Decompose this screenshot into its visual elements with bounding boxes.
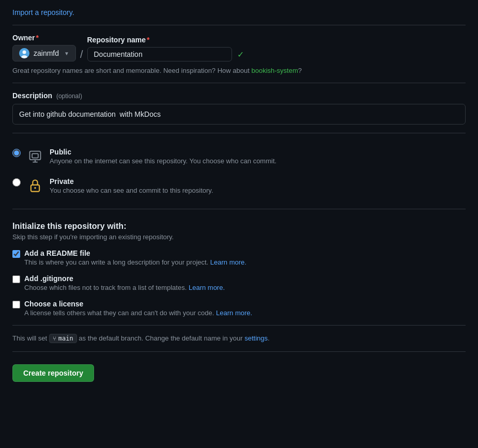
public-icon (27, 148, 43, 164)
section-divider-branch (12, 325, 466, 326)
slash-separator: / (80, 49, 83, 61)
branch-name: main (58, 335, 73, 342)
svg-point-1 (23, 51, 26, 54)
owner-username: zainmfd (34, 49, 59, 57)
owner-field-group: Owner* zainmfd ▼ (12, 34, 76, 61)
owner-repo-section: Owner* zainmfd ▼ / (12, 34, 466, 74)
owner-required-marker: * (36, 34, 39, 42)
owner-selector-button[interactable]: zainmfd ▼ (12, 45, 76, 61)
lock-icon (27, 177, 43, 194)
init-section: Initialize this repository with: Skip th… (12, 222, 466, 317)
import-repository-link[interactable]: Import a repository. (12, 8, 74, 17)
description-section: Description (optional) (12, 91, 466, 125)
readme-desc: This is where you can write a long descr… (24, 258, 466, 266)
section-divider-top (12, 25, 466, 25)
suggestion-name-link[interactable]: bookish-system (251, 67, 298, 74)
readme-learn-more-link[interactable]: Learn more. (210, 258, 246, 266)
private-radio[interactable] (12, 178, 21, 187)
chevron-down-icon: ▼ (64, 51, 69, 56)
readme-title: Add a README file (24, 249, 466, 257)
readme-text: Add a README file This is where you can … (24, 249, 466, 266)
settings-link[interactable]: settings (244, 334, 268, 342)
suggestion-text: Great repository names are short and mem… (12, 67, 466, 74)
description-label: Description (optional) (12, 91, 466, 100)
gitignore-desc: Choose which files not to track from a l… (24, 284, 466, 291)
license-text: Choose a license A license tells others … (24, 300, 466, 317)
license-title: Choose a license (24, 300, 466, 308)
svg-rect-3 (30, 151, 41, 160)
license-learn-more-link[interactable]: Learn more. (216, 309, 252, 317)
readme-checkbox[interactable] (12, 250, 20, 258)
visibility-public-option: Public Anyone on the internet can see th… (12, 142, 466, 171)
repo-name-input[interactable] (87, 47, 232, 61)
svg-point-8 (34, 187, 36, 189)
branch-badge: ⑂ main (49, 334, 77, 343)
create-repository-button[interactable]: Create repository (12, 364, 94, 382)
gitignore-learn-more-link[interactable]: Learn more. (189, 284, 225, 291)
license-option: Choose a license A license tells others … (12, 300, 466, 317)
repo-name-required-marker: * (147, 36, 149, 44)
check-icon: ✓ (237, 50, 244, 59)
section-divider-description (12, 83, 466, 83)
owner-label: Owner* (12, 34, 76, 42)
license-checkbox[interactable] (12, 301, 20, 308)
default-branch-info: This will set ⑂ main as the default bran… (12, 334, 466, 343)
svg-rect-4 (32, 153, 38, 158)
init-title: Initialize this repository with: (12, 222, 466, 231)
license-desc: A license tells others what they can and… (24, 309, 466, 317)
branch-icon: ⑂ (53, 335, 56, 342)
gitignore-text: Add .gitignore Choose which files not to… (24, 274, 466, 291)
public-visibility-text: Public Anyone on the internet can see th… (50, 148, 466, 165)
public-title: Public (50, 148, 466, 156)
readme-option: Add a README file This is where you can … (12, 249, 466, 266)
private-desc: You choose who can see and commit to thi… (50, 187, 466, 194)
section-divider-init (12, 209, 466, 209)
description-input[interactable] (12, 104, 466, 125)
section-divider-visibility (12, 133, 466, 133)
public-desc: Anyone on the internet can see this repo… (50, 157, 466, 165)
gitignore-title: Add .gitignore (24, 274, 466, 283)
section-divider-create (12, 351, 466, 352)
visibility-options: Public Anyone on the internet can see th… (12, 142, 466, 200)
gitignore-option: Add .gitignore Choose which files not to… (12, 274, 466, 291)
private-title: Private (50, 177, 466, 186)
owner-avatar (19, 48, 29, 58)
description-optional: (optional) (56, 92, 82, 100)
gitignore-checkbox[interactable] (12, 275, 20, 283)
visibility-private-option: Private You choose who can see and commi… (12, 171, 466, 200)
init-subtitle: Skip this step if you're importing an ex… (12, 233, 466, 241)
repo-name-label: Repository name* (87, 36, 244, 44)
private-visibility-text: Private You choose who can see and commi… (50, 177, 466, 194)
public-radio[interactable] (12, 149, 21, 157)
repo-name-field-group: Repository name* ✓ (87, 36, 244, 61)
